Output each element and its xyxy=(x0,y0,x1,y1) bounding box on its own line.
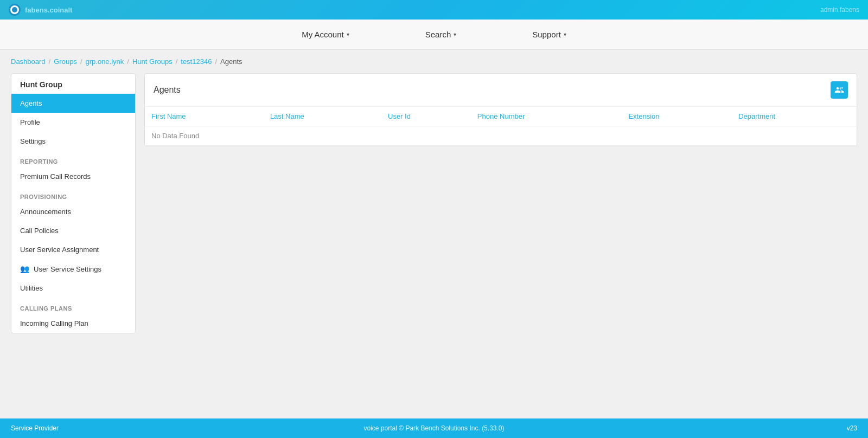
col-department: Department xyxy=(732,107,857,126)
content-header: Agents xyxy=(145,74,857,107)
col-user-id: User Id xyxy=(381,107,471,126)
chevron-down-icon: ▾ xyxy=(454,31,456,37)
nav-bar: My Account ▾ Search ▾ Support ▾ xyxy=(0,20,868,50)
sidebar-item-announcements[interactable]: Announcements xyxy=(11,202,135,221)
top-bar: fabens.coinalt admin.fabens xyxy=(0,0,868,20)
breadcrumb-test12346[interactable]: test12346 xyxy=(181,57,212,66)
agents-table: First Name Last Name User Id Phone Numbe… xyxy=(145,107,857,146)
sidebar: Hunt Group Agents Profile Settings REPOR… xyxy=(11,73,136,408)
sidebar-provisioning-category: PROVISIONING xyxy=(11,188,135,202)
content-area: Agents First Name Last Name User Id Pho xyxy=(144,73,857,408)
breadcrumb-grp[interactable]: grp.one.lynk xyxy=(86,57,124,66)
col-first-name: First Name xyxy=(145,107,264,126)
page-title: Agents xyxy=(154,85,181,95)
col-phone-number: Phone Number xyxy=(471,107,622,126)
add-agent-button[interactable] xyxy=(831,81,848,99)
breadcrumb-current: Agents xyxy=(220,57,242,66)
sidebar-item-incoming-calling-plan[interactable]: Incoming Calling Plan xyxy=(11,314,135,333)
no-data-message: No Data Found xyxy=(145,126,857,146)
sidebar-item-profile[interactable]: Profile xyxy=(11,113,135,132)
sidebar-item-settings[interactable]: Settings xyxy=(11,132,135,151)
logo: fabens.coinalt xyxy=(9,4,72,16)
brand-name: fabens.coinalt xyxy=(25,6,72,14)
nav-account[interactable]: My Account ▾ xyxy=(296,20,355,49)
breadcrumb-dashboard[interactable]: Dashboard xyxy=(11,57,46,66)
sidebar-box: Hunt Group Agents Profile Settings REPOR… xyxy=(11,73,136,333)
footer: Service Provider voice portal © Park Ben… xyxy=(0,418,868,438)
sidebar-item-utilities[interactable]: Utilities xyxy=(11,279,135,298)
table-body: No Data Found xyxy=(145,126,857,146)
sidebar-item-call-policies[interactable]: Call Policies xyxy=(11,221,135,240)
breadcrumb-groups[interactable]: Groups xyxy=(54,57,77,66)
people-icon: 👥 xyxy=(20,265,29,273)
agents-card: Agents First Name Last Name User Id Pho xyxy=(144,73,857,146)
logo-icon xyxy=(9,4,21,16)
col-last-name: Last Name xyxy=(264,107,381,126)
table-header-row: First Name Last Name User Id Phone Numbe… xyxy=(145,107,857,126)
footer-right: v23 xyxy=(847,424,857,432)
sidebar-calling-plans-category: CALLING PLANS xyxy=(11,300,135,314)
sidebar-item-user-service-assignment[interactable]: User Service Assignment xyxy=(11,240,135,259)
sidebar-reporting-category: REPORTING xyxy=(11,153,135,167)
chevron-down-icon: ▾ xyxy=(347,31,349,37)
table-row: No Data Found xyxy=(145,126,857,146)
breadcrumb: Dashboard / Groups / grp.one.lynk / Hunt… xyxy=(0,50,868,73)
sidebar-item-user-service-settings[interactable]: 👥 User Service Settings xyxy=(11,259,135,279)
footer-center: voice portal © Park Bench Solutions Inc.… xyxy=(364,424,505,432)
sidebar-item-agents[interactable]: Agents xyxy=(11,94,135,113)
col-extension: Extension xyxy=(622,107,732,126)
footer-left: Service Provider xyxy=(11,424,59,432)
nav-support[interactable]: Support ▾ xyxy=(527,20,572,49)
chevron-down-icon: ▾ xyxy=(564,31,566,37)
nav-search[interactable]: Search ▾ xyxy=(420,20,462,49)
sidebar-item-premium-call-records[interactable]: Premium Call Records xyxy=(11,167,135,186)
sidebar-hunt-group-title: Hunt Group xyxy=(11,74,135,94)
top-bar-user: admin.fabens xyxy=(820,6,859,14)
main-content: Hunt Group Agents Profile Settings REPOR… xyxy=(0,73,868,418)
table-header: First Name Last Name User Id Phone Numbe… xyxy=(145,107,857,126)
breadcrumb-hunt-groups[interactable]: Hunt Groups xyxy=(132,57,173,66)
